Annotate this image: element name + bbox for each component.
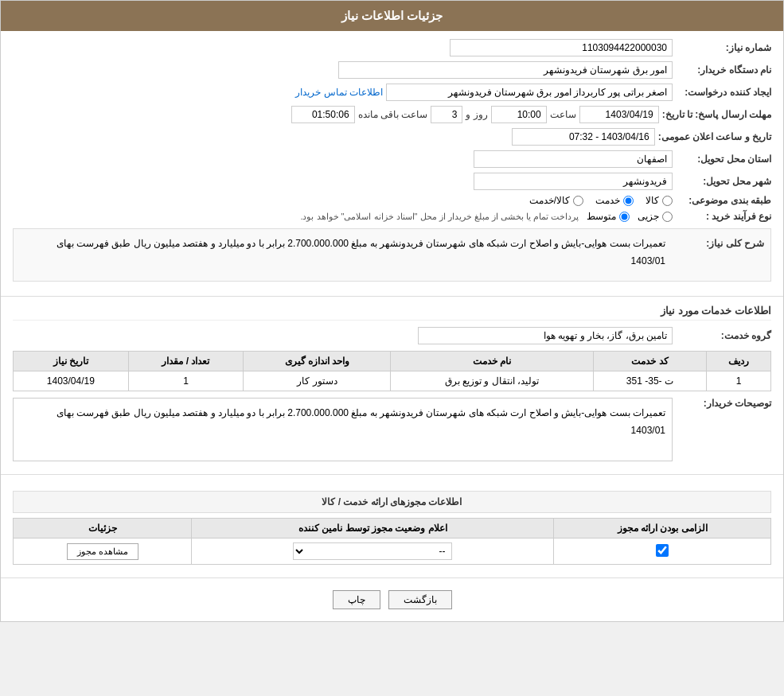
permit-col-details: جزئیات <box>14 519 192 539</box>
col-date: تاریخ نیاز <box>14 352 129 371</box>
service-table-row: 1ت -35- 351تولید، انتقال و توزیع برقدستو… <box>14 371 771 391</box>
proc-jozei-label[interactable]: جزیی <box>638 211 673 222</box>
col-code: کد خدمت <box>593 352 707 371</box>
announce-label: تاریخ و ساعت اعلان عمومی: <box>658 131 771 142</box>
proc-desc-text: پرداخت تمام یا بخشی از مبلغ خریدار از مح… <box>300 212 579 222</box>
need-description-box: شرح کلی نیاز: تعمیرات بست هوایی-بایش و ا… <box>13 228 771 282</box>
service-cell-unit: دستور کار <box>244 371 391 391</box>
proc-type-options: جزیی متوسط پرداخت تمام یا بخشی از مبلغ خ… <box>300 211 673 222</box>
permit-row: -- مشاهده مجوز <box>14 539 771 565</box>
category-label: طبقه بندی موضوعی: <box>676 195 771 206</box>
proc-type-label: نوع فرآیند خرید : <box>676 211 771 222</box>
need-number-label: شماره نیاز: <box>676 42 771 53</box>
buyer-org-row: نام دستگاه خریدار: <box>13 61 771 79</box>
city-input[interactable] <box>474 173 673 190</box>
service-group-input[interactable] <box>418 327 673 344</box>
send-remaining-label: ساعت باقی مانده <box>358 109 428 120</box>
announce-input[interactable] <box>512 128 655 146</box>
send-deadline-label: مهلت ارسال پاسخ: تا تاریخ: <box>662 109 771 120</box>
proc-type-row: نوع فرآیند خرید : جزیی متوسط پرداخت تمام… <box>13 211 771 222</box>
send-deadline-row: مهلت ارسال پاسخ: تا تاریخ: ساعت روز و سا… <box>13 106 771 123</box>
proc-motevaset-radio[interactable] <box>619 212 630 222</box>
back-button[interactable]: بازگشت <box>388 590 452 609</box>
creator-label: ایجاد کننده درخواست: <box>676 87 771 98</box>
radio-khadamat[interactable] <box>623 196 634 206</box>
permit-status-cell: -- <box>192 539 554 565</box>
col-row: ردیف <box>707 352 771 371</box>
service-cell-date: 1403/04/19 <box>14 371 129 391</box>
permit-required-checkbox[interactable] <box>656 544 669 557</box>
creator-contact-link[interactable]: اطلاعات تماس خریدار <box>295 87 383 98</box>
services-section: اطلاعات خدمات مورد نیاز گروه خدمت: ردیف … <box>1 297 783 475</box>
permit-col-status: اعلام وضعیت مجوز توسط نامین کننده <box>192 519 554 539</box>
need-desc-value: تعمیرات بست هوایی-بایش و اصلاح ارت شبکه … <box>20 235 665 270</box>
buyer-notes-content: تعمیرات بست هوایی-بایش و اصلاح ارت شبکه … <box>13 398 673 461</box>
send-remaining-input[interactable] <box>291 106 355 123</box>
buyer-org-label: نام دستگاه خریدار: <box>676 64 771 76</box>
announce-row: تاریخ و ساعت اعلان عمومی: <box>13 128 771 146</box>
service-cell-name: تولید، انتقال و توزیع برق <box>391 371 593 391</box>
creator-row: ایجاد کننده درخواست: اطلاعات تماس خریدار <box>13 84 771 101</box>
service-group-row: گروه خدمت: <box>13 327 771 344</box>
col-qty: تعداد / مقدار <box>128 352 244 371</box>
permit-details-cell: مشاهده مجوز <box>14 539 192 565</box>
radio-kala-label[interactable]: کالا <box>646 195 673 206</box>
buyer-notes-row: توصیحات خریدار: تعمیرات بست هوایی-بایش و… <box>13 398 771 461</box>
service-cell-row: 1 <box>707 371 771 391</box>
creator-input[interactable] <box>386 84 673 101</box>
service-cell-code: ت -35- 351 <box>593 371 707 391</box>
permits-section: اطلاعات مجوزهای ارائه خدمت / کالا الزامی… <box>1 475 783 578</box>
page-header: جزئیات اطلاعات نیاز <box>1 1 783 31</box>
send-time-input[interactable] <box>491 106 547 123</box>
col-unit: واحد اندازه گیری <box>244 352 391 371</box>
radio-khadamat-label[interactable]: خدمت <box>595 195 634 206</box>
col-name: نام خدمت <box>391 352 593 371</box>
province-input[interactable] <box>474 150 673 168</box>
category-radio-group: کالا خدمت کالا/خدمت <box>529 195 673 206</box>
radio-kala[interactable] <box>662 196 673 206</box>
print-button[interactable]: چاپ <box>333 590 380 609</box>
city-label: شهر محل تحویل: <box>676 176 771 187</box>
page-title: جزئیات اطلاعات نیاز <box>341 9 443 22</box>
radio-kala-khadamat[interactable] <box>573 196 583 206</box>
footer-buttons: بازگشت چاپ <box>1 578 783 621</box>
send-day-label: روز و <box>466 109 487 120</box>
send-days-input[interactable] <box>431 106 462 123</box>
permit-status-select[interactable]: -- <box>293 542 452 560</box>
city-row: شهر محل تحویل: <box>13 173 771 190</box>
services-table: ردیف کد خدمت نام خدمت واحد اندازه گیری ت… <box>13 351 771 391</box>
permits-table: الزامی بودن ارائه مجوز اعلام وضعیت مجوز … <box>13 518 771 565</box>
send-time-label: ساعت <box>550 109 576 120</box>
main-section: شماره نیاز: نام دستگاه خریدار: ایجاد کنن… <box>1 31 783 297</box>
services-title: اطلاعات خدمات مورد نیاز <box>13 305 771 321</box>
province-label: استان محل تحویل: <box>676 154 771 165</box>
need-desc-label: شرح کلی نیاز: <box>669 235 764 253</box>
need-number-input[interactable] <box>450 39 673 56</box>
proc-motevaset-label[interactable]: متوسط <box>587 211 630 222</box>
buyer-org-input[interactable] <box>338 61 673 79</box>
buyer-notes-label: توصیحات خریدار: <box>676 398 771 409</box>
proc-jozei-radio[interactable] <box>662 212 673 222</box>
send-date-input[interactable] <box>579 106 659 123</box>
radio-kala-khadamat-label[interactable]: کالا/خدمت <box>529 195 583 206</box>
service-group-label: گروه خدمت: <box>676 330 771 341</box>
service-cell-qty: 1 <box>128 371 244 391</box>
permit-col-required: الزامی بودن ارائه مجوز <box>554 519 771 539</box>
permits-title: اطلاعات مجوزهای ارائه خدمت / کالا <box>13 491 771 513</box>
need-desc-row: شرح کلی نیاز: تعمیرات بست هوایی-بایش و ا… <box>20 235 764 270</box>
category-row: طبقه بندی موضوعی: کالا خدمت کالا/خدمت <box>13 195 771 206</box>
need-number-row: شماره نیاز: <box>13 39 771 56</box>
province-row: استان محل تحویل: <box>13 150 771 168</box>
view-permit-button[interactable]: مشاهده مجوز <box>67 543 138 560</box>
permit-required-cell <box>554 539 771 565</box>
